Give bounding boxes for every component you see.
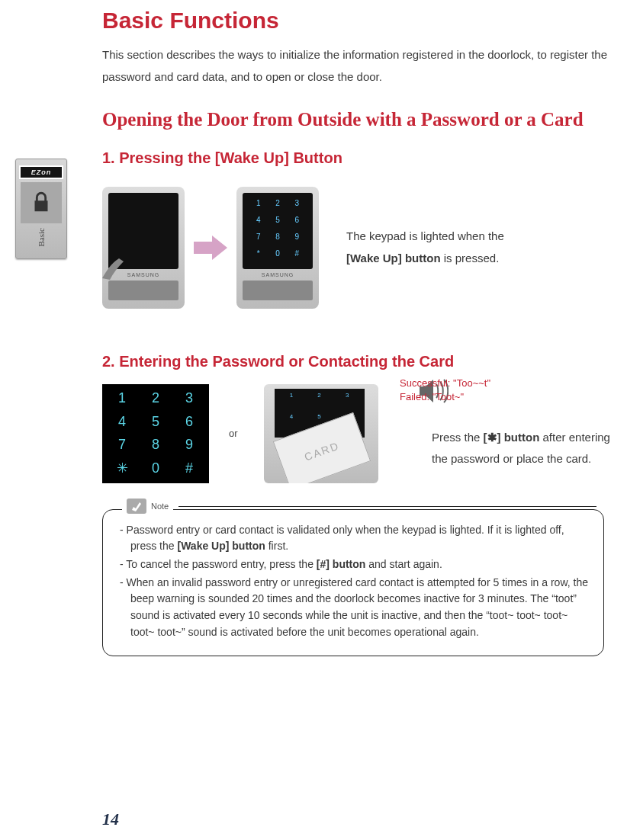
result-text: Successful: "Too~~t" Failed: "Toot~": [400, 377, 490, 404]
caption1-pre: The keypad is lighted when the: [346, 229, 504, 242]
lock-icon: [21, 182, 62, 223]
keypad-key: 1: [107, 389, 137, 409]
keypad-key: 9: [174, 435, 204, 456]
keypad-key: 2: [140, 389, 171, 409]
caption2-bold: [✱] button: [484, 431, 540, 444]
section-heading: Opening the Door from Outside with a Pas…: [102, 107, 627, 133]
doorlock-lit-image: 123 456 789 *0# SAMSUNG: [236, 187, 319, 309]
note-divider: [178, 506, 596, 507]
step2-illustration: 123456789✳0# or 123 456 CARD Successful:…: [102, 384, 627, 483]
note-label-text: Note: [151, 502, 169, 511]
caption1-bold: [Wake Up] button: [346, 252, 441, 265]
page-number: 14: [102, 810, 119, 829]
keypad-key: 0: [140, 458, 171, 479]
caption1-post: is pressed.: [441, 252, 500, 265]
brand-label-2: SAMSUNG: [262, 272, 294, 277]
note-item-1: - Password entry or card contact is vali…: [120, 522, 590, 555]
intro-text: This section describes the ways to initi…: [102, 44, 627, 88]
caption2-pre: Press the: [432, 431, 484, 444]
step1-heading: 1. Pressing the [Wake Up] Button: [102, 149, 627, 167]
note-box: - Password entry or card contact is vali…: [102, 509, 604, 657]
step2-caption: Press the [✱] button after entering the …: [432, 427, 615, 470]
keypad-key: ✳: [107, 458, 137, 479]
arrow-right-icon: [194, 236, 227, 260]
keypad-image: 123456789✳0#: [102, 384, 209, 483]
side-tab-image: EZon Basic: [15, 159, 67, 259]
step1-illustration: SAMSUNG 123 456 789 *0# SAMSUNG The keyp…: [102, 187, 627, 309]
keypad-key: 3: [174, 389, 204, 409]
keypad-key: 5: [140, 412, 171, 432]
note-block: Note - Password entry or card contact is…: [102, 509, 627, 657]
step1-caption: The keypad is lighted when the [Wake Up]…: [346, 226, 522, 269]
note-icon: [127, 499, 146, 514]
doorlock-off-image: SAMSUNG: [102, 187, 185, 309]
note-item-2: - To cancel the password entry, press th…: [120, 556, 590, 573]
keypad-key: 6: [174, 412, 204, 432]
ezon-logo: EZon: [19, 165, 63, 179]
result-success: Successful: "Too~~t": [400, 377, 490, 390]
keypad-key: 8: [140, 435, 171, 456]
keypad-key: 7: [107, 435, 137, 456]
note-item-3: - When an invalid password entry or unre…: [120, 575, 590, 641]
card-tap-image: 123 456 CARD: [264, 384, 378, 483]
result-failed: Failed: "Toot~": [400, 390, 490, 404]
finger-press-icon: [95, 240, 140, 286]
note-label: Note: [122, 499, 173, 514]
keypad-key: 4: [107, 412, 137, 432]
tab-label: Basic: [37, 228, 46, 246]
step2-heading: 2. Entering the Password or Contacting t…: [102, 353, 627, 370]
or-label: or: [229, 428, 238, 439]
page-title: Basic Functions: [102, 0, 627, 34]
keypad-key: #: [174, 458, 204, 479]
